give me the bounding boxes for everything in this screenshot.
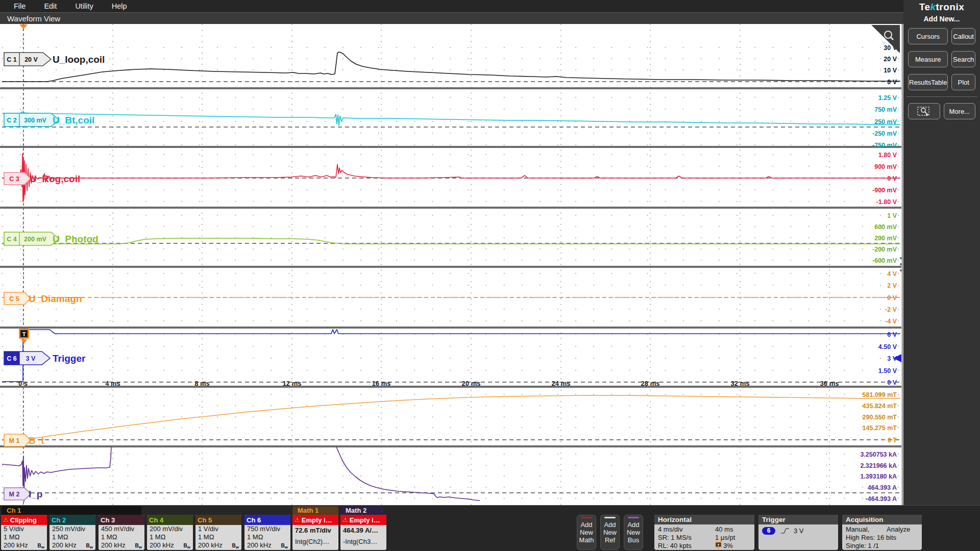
panel-resize-handle[interactable] [900,257,902,259]
rising-edge-icon [780,527,790,535]
right-sidebar: Tektronix Add New... CursorsCalloutMeasu… [903,0,980,505]
channel-badge-C1[interactable]: C 120 V [4,53,51,66]
badge-row-text: 1 MΩ [101,533,117,541]
plot-button[interactable]: Plot [951,74,975,90]
channel-badge-C4[interactable]: C 4200 mV [4,232,59,245]
badge-row-text: 1 MΩ [4,533,19,541]
axis-label: 4.50 V [878,343,897,350]
badge-row-text: 200 kHz [198,541,223,549]
channel-name-U_Bt,coil: U_Bt,coil [53,115,94,126]
add-new-ref-button[interactable]: AddNewRef [600,515,620,550]
channel-settings-badge-0[interactable]: ⚠Clipping5 V/div1 MΩ200 kHzBw [1,515,47,550]
add-new-math-button[interactable]: AddNewMath [577,515,596,550]
zoom-box-button[interactable] [908,103,940,119]
cursors-button[interactable]: Cursors [908,28,948,44]
waveform-plot[interactable]: 30 V20 V10 V0 V1.25 V750 mV250 mV-250 mV… [0,24,903,505]
channel-name-U_loop,coil: U_loop,coil [53,54,105,65]
add-new-bus-button[interactable]: AddNewBus [624,515,643,550]
channel-name-U_Photod: U_Photod [53,234,99,244]
axis-label: -200 mV [872,246,897,253]
axis-label: 1.80 V [878,152,897,159]
axis-label: 250 mV [874,118,897,126]
callout-button[interactable]: Callout [951,28,975,44]
badge-row-text: 200 kHz [247,541,272,549]
menu-item-file[interactable]: File [14,2,26,10]
badge-row: 1 MΩ [99,533,144,541]
time-axis-label: 8 ms [194,380,210,387]
channel-name-U_Rog,coil: U_Rog,coil [30,173,80,184]
waveform-view-titlebar: Waveform View T [0,12,903,24]
warning-icon: ⚠ [3,516,9,523]
channel-settings-badge-1[interactable]: Ch 2250 mV/div1 MΩ200 kHzBw [50,515,95,550]
channel-badge-M1[interactable]: M 1 [4,434,31,446]
badge-row: 200 kHzBw [195,541,241,549]
channel-settings-badge-3[interactable]: Ch 4200 mV/div1 MΩ200 kHzBw [147,515,193,550]
channel-settings-badge-2[interactable]: Ch 3450 mV/div1 MΩ200 kHzBw [99,515,144,550]
callout-button-label: Callout [953,33,973,40]
badge-row-text: 200 kHz [101,541,126,549]
badge-row: 200 kHzBw [147,541,193,549]
trigger-panel[interactable]: Trigger 6 3 V [758,515,838,550]
channel-badge-M2[interactable]: M 2 [4,488,31,500]
add-button-label: New [627,529,640,536]
axis-label: 0 T [888,437,897,444]
axis-label: 20 V [884,56,897,63]
axis-label: 10 V [884,67,897,74]
badge-title: Empty i… [350,516,380,524]
waveform-tab-math1[interactable]: Math 1 [292,506,338,515]
axis-label: 464.393 A [868,484,897,491]
add-button-label: Add [627,521,639,529]
time-axis-label: 16 ms [372,380,391,387]
badge-title: Ch 6 [247,516,261,524]
channel-badge-C3[interactable]: C 3 [4,172,31,185]
bandwidth-icon: Bw [184,542,190,550]
badge-title: Empty i… [302,516,332,524]
axis-label: 1.393180 kA [860,473,897,480]
channel-settings-badge-6[interactable]: ⚠Empty i…72.6 mT/divIntg(Ch2)… [292,515,338,550]
more-button[interactable]: More... [944,103,976,119]
channel-settings-badge-4[interactable]: Ch 51 V/div1 MΩ200 kHzBw [195,515,241,550]
bandwidth-icon: Bw [232,542,239,550]
badge-row-text: 1 MΩ [150,533,165,541]
badge-row: 5 V/div [1,525,47,533]
trigger-source-badge: 6 [762,527,775,535]
horizontal-scale: 4 ms/div [658,525,715,533]
panel-resize-handle[interactable] [900,269,902,271]
channel-settings-badge-7[interactable]: ⚠Empty i…464.39 A/…-Intg(Ch3… [340,515,386,550]
badge-id: C 2 [7,117,17,124]
channel-settings-badge-5[interactable]: Ch 6750 mV/div1 MΩ200 kHzBw [244,515,290,550]
badge-id: C 3 [9,176,19,183]
horizontal-panel[interactable]: Horizontal 4 ms/div40 ms SR: 1 MS/s1 µs/… [654,515,754,550]
tab-label: Math 2 [346,507,366,514]
time-axis-label: 24 ms [552,380,571,387]
acquisition-panel[interactable]: Acquisition Manual,Analyze High Res: 16 … [842,515,922,550]
badge-scale: 20 V [24,56,38,63]
badge-row: 450 mV/div [99,525,144,533]
sidebar-buttons: CursorsCalloutMeasureSearchResultsTableP… [903,23,980,90]
badge-row: 1 MΩ [1,533,47,541]
plot-background[interactable] [0,24,903,505]
record-length: RL: 40 kpts [658,542,715,549]
axis-label: -250 mV [872,130,897,137]
search-button[interactable]: Search [951,51,975,67]
channel-badge-C5[interactable]: C 5 [4,292,31,305]
trigger-position-percent: 3% [723,542,733,549]
menu-item-help[interactable]: Help [112,2,127,10]
waveform-tab-ch1[interactable]: Ch 1 [2,506,141,515]
channel-badge-C2[interactable]: C 2300 mV [4,113,59,127]
axis-label: 1.25 V [878,94,897,102]
axis-label: -750 mV [872,142,897,149]
channel-badge-C6[interactable]: C 63 V [4,352,50,365]
menu-item-utility[interactable]: Utility [75,2,93,10]
panel-resize-handle[interactable] [900,263,902,265]
measure-button[interactable]: Measure [908,51,948,67]
menu-item-edit[interactable]: Edit [44,2,57,10]
waveform-tab-math2[interactable]: Math 2 [340,506,384,515]
badge-row-text: Intg(Ch2)… [295,538,329,545]
tektronix-logo: Tektronix [903,2,980,13]
results-table-button[interactable]: ResultsTable [908,74,948,90]
badge-title: Clipping [10,516,37,524]
badge-id: C 1 [7,56,17,63]
badge-title: Ch 4 [149,516,163,524]
badge-row-text: 5 V/div [4,525,24,533]
